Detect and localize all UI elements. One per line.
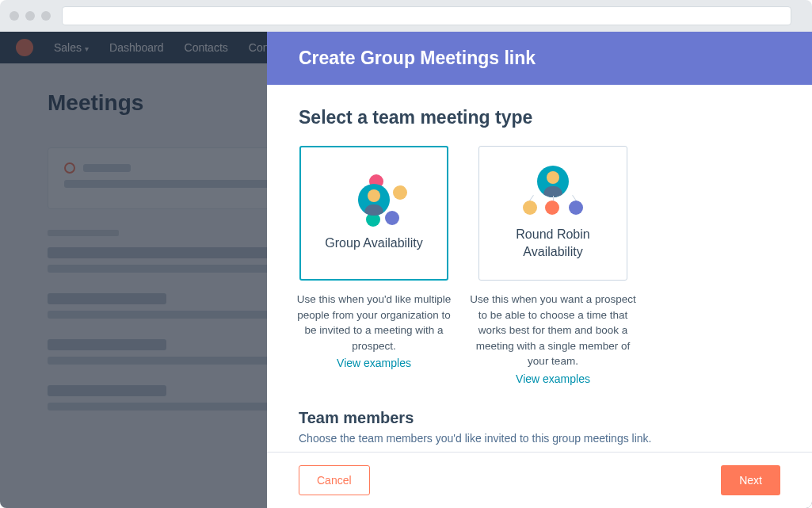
panel-footer: Cancel Next — [267, 452, 812, 508]
section-heading-team-members: Team members — [299, 409, 780, 427]
window-controls — [10, 11, 51, 21]
maximize-window-dot[interactable] — [41, 11, 51, 21]
view-examples-link-group[interactable]: View examples — [337, 357, 411, 369]
minimize-window-dot[interactable] — [25, 11, 35, 21]
option-label: Round Robin Availability — [487, 226, 619, 260]
option-description: Use this when you'd like multiple people… — [291, 292, 457, 353]
option-round-robin-availability[interactable]: Round Robin Availability — [478, 146, 627, 281]
browser-chrome — [0, 0, 812, 32]
next-button[interactable]: Next — [721, 465, 780, 495]
create-group-meeting-panel: Create Group Meetings link Select a team… — [267, 32, 812, 508]
cancel-button[interactable]: Cancel — [299, 465, 370, 495]
option-label: Group Availability — [325, 235, 422, 252]
url-bar[interactable] — [62, 6, 791, 25]
option-group-availability[interactable]: Group Availability — [299, 146, 448, 281]
round-robin-illustration-icon — [521, 166, 585, 215]
option-description: Use this when you want a prospect to be … — [466, 292, 640, 369]
group-availability-illustration-icon — [342, 174, 406, 223]
view-examples-link-round-robin[interactable]: View examples — [516, 372, 590, 385]
section-heading-meeting-type: Select a team meeting type — [299, 107, 780, 128]
close-window-dot[interactable] — [10, 11, 19, 21]
panel-title: Create Group Meetings link — [267, 32, 812, 85]
team-members-subtext: Choose the team members you'd like invit… — [299, 432, 780, 445]
